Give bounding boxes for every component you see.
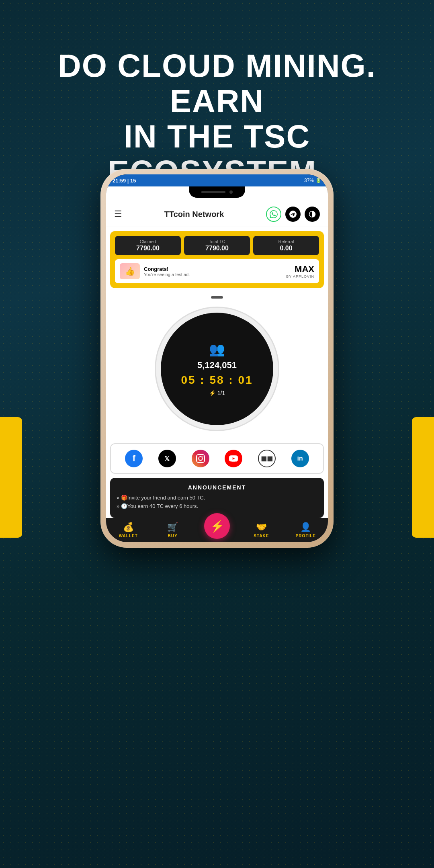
- menu-icon[interactable]: ☰: [114, 209, 122, 219]
- referral-label: Referral: [257, 239, 315, 244]
- app-content: ☰ TTcoin Network: [106, 186, 328, 542]
- ad-thumbnail: 👍: [120, 263, 140, 279]
- mining-boost: ⚡ 1/1: [209, 390, 225, 396]
- referral-stat: Referral 0.00: [253, 236, 319, 255]
- status-time: 21:59 | 15: [113, 178, 136, 184]
- wallet-icon: 💰: [123, 522, 134, 532]
- notch-bar: [201, 191, 225, 193]
- youtube-button[interactable]: [225, 450, 242, 467]
- wallet-label: WALLET: [119, 534, 138, 538]
- linkedin-button[interactable]: in: [291, 450, 309, 467]
- phone-notch: [189, 186, 245, 198]
- ad-logo-by: BY APPLOVIN: [286, 274, 314, 278]
- announcement-item-1: » 🎁Invite your friend and earn 50 TC.: [117, 495, 317, 501]
- ad-text: Congrats! You're seeing a test ad.: [144, 266, 190, 277]
- hero-line1: DO CLOUD MINING. EARN: [58, 48, 376, 119]
- phone-inner: 21:59 | 15 37% 🔋 ☰ TTcoin Network: [106, 174, 328, 542]
- side-bar-left: [0, 417, 22, 538]
- facebook-button[interactable]: f: [125, 450, 143, 467]
- total-tc-label: Total TC: [188, 239, 246, 244]
- nav-icons: [266, 207, 320, 222]
- profile-label: PROFILE: [296, 534, 316, 538]
- mining-timer: 05 : 58 : 01: [181, 374, 253, 387]
- mining-area: 👥 5,124,051 05 : 58 : 01 ⚡ 1/1: [106, 288, 328, 439]
- center-action-button[interactable]: ⚡: [204, 513, 230, 539]
- twitter-button[interactable]: 𝕏: [158, 450, 176, 467]
- ad-logo-max: MAX: [286, 264, 314, 274]
- stats-banner: Claimed 7790.00 Total TC 7790.00 Referra…: [110, 231, 324, 288]
- bottom-nav: 💰 WALLET 🛒 BUY ⚡ 🤝 STAKE: [106, 518, 328, 542]
- half-circle-button[interactable]: [305, 207, 320, 222]
- nav-profile[interactable]: 👤 PROFILE: [284, 522, 328, 538]
- buy-icon: 🛒: [167, 522, 178, 532]
- nav-stake[interactable]: 🤝 STAKE: [239, 522, 283, 538]
- total-tc-value: 7790.00: [188, 245, 246, 252]
- nav-wallet[interactable]: 💰 WALLET: [106, 522, 150, 538]
- instagram-button[interactable]: [192, 450, 209, 467]
- mining-count: 5,124,051: [197, 360, 237, 371]
- battery-text: 37%: [304, 178, 314, 183]
- whatsapp-button[interactable]: [266, 207, 281, 222]
- announcement-title: ANNOUNCEMENT: [117, 484, 317, 491]
- phone-mockup: 21:59 | 15 37% 🔋 ☰ TTcoin Network: [100, 169, 334, 548]
- side-bar-right: [412, 417, 434, 538]
- app-title: TTcoin Network: [164, 210, 224, 219]
- nav-buy[interactable]: 🛒 BUY: [150, 522, 194, 538]
- profile-icon: 👤: [300, 522, 311, 532]
- users-icon: 👥: [209, 342, 225, 357]
- mining-circle-outer[interactable]: 👥 5,124,051 05 : 58 : 01 ⚡ 1/1: [155, 307, 279, 431]
- ad-logo: MAX BY APPLOVIN: [286, 264, 314, 278]
- boost-icon: ⚡: [209, 390, 216, 396]
- telegram-button[interactable]: [285, 207, 301, 222]
- claimed-value: 7790.00: [119, 245, 177, 252]
- stats-row: Claimed 7790.00 Total TC 7790.00 Referra…: [115, 236, 319, 255]
- claimed-label: Claimed: [119, 239, 177, 244]
- stake-label: STAKE: [254, 534, 269, 538]
- phone-outer: 21:59 | 15 37% 🔋 ☰ TTcoin Network: [100, 169, 334, 548]
- mining-circle-inner: 👥 5,124,051 05 : 58 : 01 ⚡ 1/1: [161, 313, 273, 425]
- battery-icon: 🔋: [315, 178, 321, 183]
- medium-button[interactable]: ◼◼: [258, 450, 276, 467]
- social-row: f 𝕏 ◼◼ in: [110, 443, 324, 474]
- ad-sub: You're seeing a test ad.: [144, 272, 190, 277]
- buy-label: BUY: [168, 534, 178, 538]
- boost-value: 1/1: [217, 390, 225, 396]
- announcement-box: ANNOUNCEMENT » 🎁Invite your friend and e…: [110, 478, 324, 518]
- announcement-item-2: » 🕐You earn 40 TC every 6 hours.: [117, 503, 317, 509]
- referral-value: 0.00: [257, 245, 315, 252]
- stake-icon: 🤝: [256, 522, 267, 532]
- scroll-indicator: [211, 296, 223, 299]
- claimed-stat: Claimed 7790.00: [115, 236, 181, 255]
- status-bar: 21:59 | 15 37% 🔋: [106, 174, 328, 186]
- ad-congrats: Congrats!: [144, 266, 190, 272]
- ad-banner[interactable]: 👍 Congrats! You're seeing a test ad. MAX…: [115, 259, 319, 283]
- total-tc-stat: Total TC 7790.00: [184, 236, 250, 255]
- status-icons: 37% 🔋: [304, 178, 321, 183]
- nav-center: ⚡: [195, 521, 239, 539]
- notch-dot: [229, 190, 233, 194]
